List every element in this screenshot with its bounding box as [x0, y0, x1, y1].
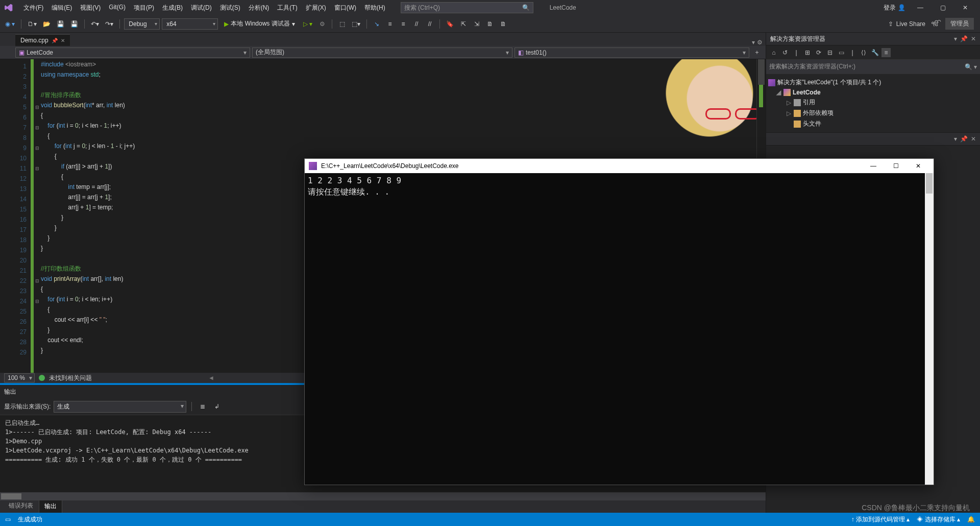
chevron-down-icon[interactable]: ◢ — [775, 89, 781, 96]
menu-文件(F)[interactable]: 文件(F) — [19, 2, 47, 14]
pin-icon[interactable]: 📌 — [52, 38, 58, 43]
chevron-down-icon[interactable]: ▾ — [954, 35, 957, 42]
back-button[interactable]: ◉ ▾ — [3, 18, 17, 30]
tab-error-list[interactable]: 错误列表 — [3, 499, 39, 513]
console-window[interactable]: E:\C++_Learn\LeetCode\x64\Debug\LeetCode… — [304, 158, 934, 485]
menu-窗口(W)[interactable]: 窗口(W) — [330, 2, 360, 14]
menu-生成(B)[interactable]: 生成(B) — [158, 2, 187, 14]
refresh-icon[interactable]: ⟳ — [814, 48, 823, 57]
split-editor-icon[interactable]: ＋ — [751, 46, 763, 59]
menu-调试(D)[interactable]: 调试(D) — [187, 2, 216, 14]
menu-items: 文件(F)编辑(E)视图(V)Git(G)项目(P)生成(B)调试(D)测试(S… — [19, 2, 389, 14]
step-into-icon[interactable]: ↘ — [371, 18, 382, 30]
tree-project-node[interactable]: ◢LeetCode — [768, 88, 978, 97]
solution-tree[interactable]: 解决方案"LeetCode"(1 个项目/共 1 个) ◢LeetCode ▷引… — [766, 74, 980, 132]
view-icon[interactable]: 🔧 — [870, 48, 879, 57]
open-button[interactable]: 📂 — [41, 18, 53, 30]
save-button[interactable]: 💾 — [55, 18, 66, 30]
console-body[interactable]: 1 2 2 3 4 5 6 7 8 9 请按任意键继续. . . — [305, 173, 934, 485]
menu-项目(P)[interactable]: 项目(P) — [130, 2, 158, 14]
doc2-icon[interactable]: 🗎 — [498, 18, 509, 30]
save-all-button[interactable]: 💾 — [68, 18, 80, 30]
output-window-icon[interactable]: ▭ — [5, 516, 11, 523]
stop-button[interactable]: ⚙ — [316, 18, 328, 30]
output-hscrollbar[interactable] — [0, 492, 766, 500]
filter-icon[interactable]: ≡ — [881, 48, 891, 57]
se-search-input[interactable]: 搜索解决方案资源管理器(Ctrl+;) 🔍 ▾ — [766, 60, 980, 74]
tree-headers-node[interactable]: 头文件 — [768, 118, 978, 129]
close-icon[interactable]: ✕ — [971, 135, 976, 142]
home-icon[interactable]: ⌂ — [769, 48, 778, 57]
console-maximize-button[interactable]: ☐ — [885, 159, 907, 173]
outdent-icon[interactable]: ≡ — [398, 18, 409, 30]
comment-icon[interactable]: // — [411, 18, 422, 30]
feedback-icon[interactable]: ੴ — [929, 18, 941, 30]
bookmark-icon[interactable]: 🔖 — [444, 18, 456, 30]
collapse-icon[interactable]: ⊟ — [825, 48, 835, 57]
repo-select-button[interactable]: ◈ 选择存储库 ▴ — [917, 515, 960, 524]
next-bookmark-icon[interactable]: ⇲ — [471, 18, 482, 30]
menu-编辑(E)[interactable]: 编辑(E) — [47, 2, 76, 14]
menu-bar: 文件(F)编辑(E)视图(V)Git(G)项目(P)生成(B)调试(D)测试(S… — [0, 0, 980, 15]
file-tab-demo[interactable]: Demo.cpp 📌 ✕ — [15, 34, 70, 46]
start-debug-button[interactable]: ▶本地 Windows 调试器 ▾ — [220, 19, 299, 28]
output-wrap-icon[interactable]: ↲ — [211, 400, 223, 413]
output-clear-icon[interactable]: ≣ — [197, 400, 208, 413]
tree-references-node[interactable]: ▷引用 — [768, 97, 978, 108]
prev-bookmark-icon[interactable]: ⇱ — [458, 18, 469, 30]
solution-title: LeetCode — [550, 4, 576, 11]
pin-icon[interactable]: 📌 — [960, 35, 968, 42]
nav-context-combo[interactable]: (全局范围) — [252, 47, 512, 58]
doc-icon[interactable]: 🗎 — [484, 18, 496, 30]
properties-icon[interactable]: ⟨⟩ — [859, 48, 868, 57]
menu-帮助(H)[interactable]: 帮助(H) — [360, 2, 389, 14]
chevron-right-icon[interactable]: ▷ — [786, 99, 792, 106]
close-tab-icon[interactable]: ✕ — [61, 38, 65, 43]
toolbar-icon-b[interactable]: ⬚▾ — [350, 18, 362, 30]
menu-测试(S)[interactable]: 测试(S) — [216, 2, 244, 14]
gear-icon[interactable]: ⚙ — [757, 39, 763, 46]
zoom-combo[interactable]: 100 % — [4, 373, 35, 382]
toolbar-icon-a[interactable]: ⬚ — [336, 18, 348, 30]
tree-solution-node[interactable]: 解决方案"LeetCode"(1 个项目/共 1 个) — [768, 77, 978, 88]
menu-工具(T)[interactable]: 工具(T) — [273, 2, 301, 14]
expand-icon[interactable]: ⊞ — [803, 48, 812, 57]
nav-member-combo[interactable]: ◧test01() — [514, 47, 749, 58]
undo-button[interactable]: ↶▾ — [89, 18, 101, 30]
tree-external-deps-node[interactable]: ▷外部依赖项 — [768, 108, 978, 118]
liveshare-button[interactable]: ⇪Live Share — [888, 20, 925, 28]
start-nodebug-button[interactable]: ▷ ▾ — [301, 18, 314, 30]
console-scrollbar[interactable] — [925, 173, 934, 485]
source-control-button[interactable]: ↑ 添加到源代码管理 ▴ — [851, 515, 910, 524]
back-icon[interactable]: ↺ — [780, 48, 790, 57]
chevron-right-icon[interactable]: ▷ — [786, 110, 792, 117]
config-combo[interactable]: Debug — [124, 18, 160, 30]
left-arrow-icon[interactable]: ◄ — [208, 374, 214, 381]
menu-分析(N)[interactable]: 分析(N) — [244, 2, 274, 14]
signin-button[interactable]: 登录 👤 — [884, 4, 905, 12]
close-button[interactable]: ✕ — [958, 2, 973, 13]
output-source-combo[interactable]: 生成 — [54, 401, 186, 413]
platform-combo[interactable]: x64 — [162, 18, 218, 30]
console-minimize-button[interactable]: ― — [862, 159, 885, 173]
notifications-icon[interactable]: 🔔 — [967, 516, 975, 523]
minimize-button[interactable]: ― — [913, 2, 928, 13]
chevron-down-icon[interactable]: ▾ — [954, 135, 957, 142]
console-close-button[interactable]: ✕ — [907, 159, 929, 173]
redo-button[interactable]: ↷▾ — [103, 18, 115, 30]
indent-icon[interactable]: ≡ — [384, 18, 396, 30]
nav-scope-combo[interactable]: ▣LeetCode — [15, 47, 250, 58]
menu-Git(G)[interactable]: Git(G) — [105, 2, 130, 14]
show-all-icon[interactable]: ▭ — [837, 48, 846, 57]
new-button[interactable]: 🗋▾ — [26, 18, 39, 30]
uncomment-icon[interactable]: // — [424, 18, 435, 30]
maximize-button[interactable]: ▢ — [935, 2, 950, 13]
menu-扩展(X)[interactable]: 扩展(X) — [302, 2, 330, 14]
pin-icon[interactable]: 📌 — [960, 135, 968, 142]
menu-视图(V)[interactable]: 视图(V) — [76, 2, 105, 14]
close-icon[interactable]: ✕ — [971, 35, 976, 42]
chevron-down-icon[interactable]: ▾ — [752, 39, 755, 46]
tab-output[interactable]: 输出 — [39, 499, 62, 513]
global-search-input[interactable]: 搜索 (Ctrl+Q) 🔍 — [401, 2, 533, 13]
console-titlebar[interactable]: E:\C++_Learn\LeetCode\x64\Debug\LeetCode… — [305, 159, 934, 173]
